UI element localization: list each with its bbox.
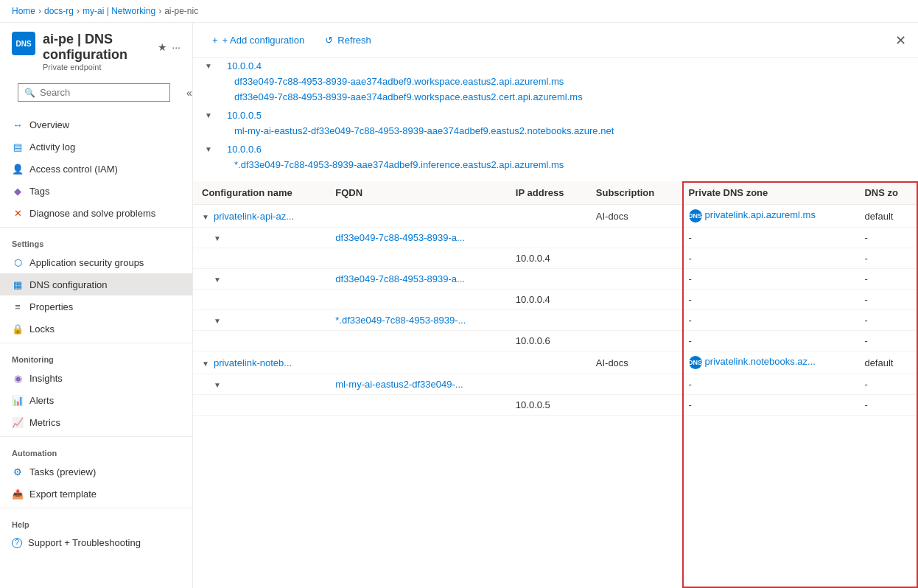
cell-subscription <box>587 269 680 290</box>
nav-asg-label: Application security groups <box>29 257 144 268</box>
diagnose-icon: ✕ <box>12 207 24 219</box>
nav-overview-label: Overview <box>29 119 69 130</box>
cell-fqdn <box>326 351 507 374</box>
nav-dns-config[interactable]: ▦ DNS configuration <box>0 273 192 295</box>
top-entry-1: ▼ 10.0.0.5 ml-my-ai-eastus2-df33e049-7c8… <box>205 108 906 139</box>
insights-icon: ◉ <box>12 372 24 384</box>
cell-config-name <box>193 290 326 310</box>
nav-tags[interactable]: ◆ Tags <box>0 180 192 202</box>
cell-fqdn <box>326 395 507 416</box>
cell-dns-zo: default <box>855 351 918 374</box>
cell-subscription <box>587 374 680 395</box>
row-chevron[interactable]: ▼ <box>214 381 221 389</box>
cell-dns-zo: - <box>855 228 918 248</box>
properties-icon: ≡ <box>12 301 24 312</box>
top-fqdn-value-0-1: df33e049-7c88-4953-8939-aae374adbef9.wor… <box>234 91 583 102</box>
nav-overview[interactable]: ↔ Overview <box>0 113 192 136</box>
row-chevron[interactable]: ▼ <box>214 234 221 242</box>
row-chevron[interactable]: ▼ <box>214 317 221 325</box>
breadcrumb-home[interactable]: Home <box>12 6 35 16</box>
nav-metrics[interactable]: 📈 Metrics <box>0 411 192 433</box>
cell-private-dns: - <box>680 331 856 351</box>
row-chevron[interactable]: ▼ <box>202 360 209 368</box>
row-chevron[interactable]: ▼ <box>202 213 209 221</box>
nav-activity-log[interactable]: ▤ Activity log <box>0 136 192 158</box>
cell-private-dns: - <box>680 290 856 310</box>
cell-fqdn: *.df33e049-7c88-4953-8939-... <box>326 310 507 331</box>
top-ip-row-0: ▼ 10.0.0.4 <box>205 58 906 74</box>
resource-header: DNS ai-pe | DNS configuration ★ ··· Priv… <box>0 23 192 74</box>
tags-icon: ◆ <box>12 185 24 197</box>
nav-insights-label: Insights <box>29 373 63 384</box>
dns-zone-link[interactable]: privatelink.notebooks.az... <box>705 356 816 367</box>
table-row: ▼df33e049-7c88-4953-8939-a...-- <box>193 269 918 290</box>
col-fqdn: FQDN <box>326 181 507 205</box>
nav-insights[interactable]: ◉ Insights <box>0 367 192 389</box>
nav-properties[interactable]: ≡ Properties <box>0 295 192 318</box>
resource-subtitle: Private endpoint <box>43 63 181 71</box>
dns-config-icon: ▦ <box>12 279 24 290</box>
nav-alerts[interactable]: 📊 Alerts <box>0 389 192 411</box>
nav-locks[interactable]: 🔒 Locks <box>0 318 192 340</box>
cell-subscription: AI-docs <box>587 351 680 374</box>
nav-export[interactable]: 📤 Export template <box>0 483 192 505</box>
nav-alerts-label: Alerts <box>29 395 54 406</box>
dns-zone-icon: DNS <box>689 356 702 369</box>
nav-access-control[interactable]: 👤 Access control (IAM) <box>0 158 192 180</box>
breadcrumb-networking[interactable]: my-ai | Networking <box>83 6 155 16</box>
search-input[interactable] <box>40 87 164 98</box>
collapse-sidebar-button[interactable]: « <box>182 85 193 100</box>
top-ip-row-1: ▼ 10.0.0.5 <box>205 108 906 123</box>
automation-section-label: Automation <box>0 440 192 461</box>
top-ip-row-2: ▼ 10.0.0.6 <box>205 141 906 157</box>
add-icon: + <box>212 35 218 46</box>
cell-config-name <box>193 395 326 416</box>
cell-dns-zo: - <box>855 248 918 269</box>
add-configuration-button[interactable]: + + Add configuration <box>205 30 312 50</box>
col-private-dns: Private DNS zone <box>680 181 856 205</box>
cell-config-name: ▼ <box>193 374 326 395</box>
toolbar: + + Add configuration ↺ Refresh ✕ <box>193 23 918 58</box>
cell-config-name: ▼ <box>193 269 326 290</box>
close-button[interactable]: ✕ <box>895 32 906 49</box>
star-icon[interactable]: ★ <box>158 41 167 53</box>
nav-iam-label: Access control (IAM) <box>29 164 118 175</box>
config-name-text: privatelink-api-az... <box>214 211 294 222</box>
top-chevron-2[interactable]: ▼ <box>205 145 227 153</box>
nav-properties-label: Properties <box>29 301 73 312</box>
asg-icon: ⬡ <box>12 256 24 268</box>
cell-dns-zo: - <box>855 374 918 395</box>
nav-support[interactable]: ? Support + Troubleshooting <box>0 532 192 553</box>
nav-activity-log-label: Activity log <box>29 141 75 153</box>
cell-subscription: AI-docs <box>587 205 680 228</box>
top-ip-2: 10.0.0.6 <box>227 144 262 155</box>
cell-subscription <box>587 248 680 269</box>
top-chevron-0[interactable]: ▼ <box>205 62 227 70</box>
cell-fqdn: df33e049-7c88-4953-8939-a... <box>326 228 507 248</box>
nav-tasks[interactable]: ⚙ Tasks (preview) <box>0 461 192 483</box>
nav-metrics-label: Metrics <box>29 417 60 428</box>
cell-ip <box>507 374 587 395</box>
cell-dns-zo: - <box>855 269 918 290</box>
cell-ip: 10.0.0.5 <box>507 395 587 416</box>
cell-dns-zo: - <box>855 310 918 331</box>
cell-subscription <box>587 310 680 331</box>
top-entry-0: ▼ 10.0.0.4 df33e049-7c88-4953-8939-aae37… <box>205 58 906 105</box>
cell-config-name: ▼privatelink-api-az... <box>193 205 326 228</box>
refresh-button[interactable]: ↺ Refresh <box>318 30 379 50</box>
iam-icon: 👤 <box>12 163 24 175</box>
top-chevron-1[interactable]: ▼ <box>205 111 227 119</box>
nav-asg[interactable]: ⬡ Application security groups <box>0 251 192 273</box>
app-container: Home › docs-rg › my-ai | Networking › ai… <box>0 0 918 588</box>
overview-icon: ↔ <box>12 119 24 130</box>
locks-icon: 🔒 <box>12 323 24 335</box>
dns-zone-link[interactable]: privatelink.api.azureml.ms <box>705 209 816 220</box>
col-dns-zo: DNS zo <box>855 181 918 205</box>
settings-section-label: Settings <box>0 231 192 251</box>
page-title: ai-pe | DNS configuration <box>43 32 153 63</box>
cell-ip <box>507 351 587 374</box>
row-chevron[interactable]: ▼ <box>214 276 221 284</box>
breadcrumb-docs-rg[interactable]: docs-rg <box>44 6 74 16</box>
nav-diagnose[interactable]: ✕ Diagnose and solve problems <box>0 202 192 224</box>
ellipsis-icon[interactable]: ··· <box>172 41 181 53</box>
